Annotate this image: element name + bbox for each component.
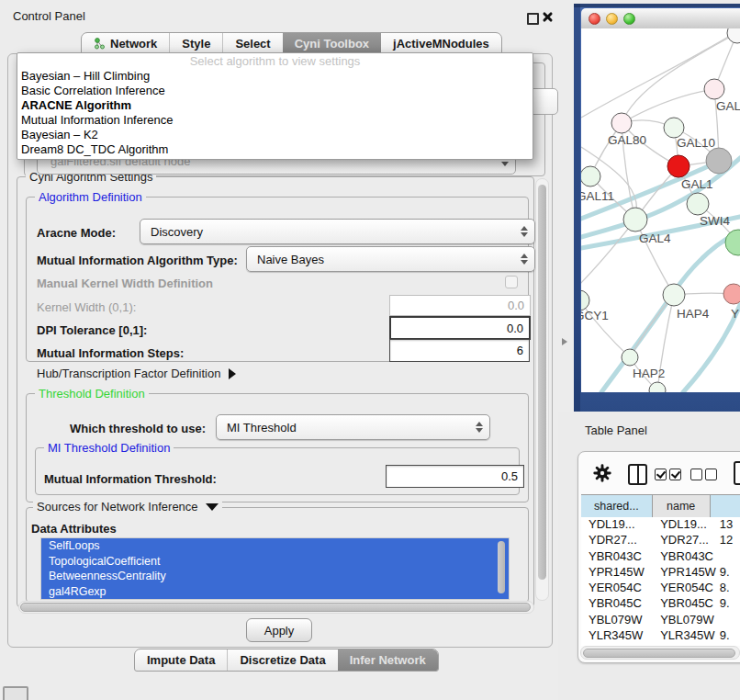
settings-hscrollbar-track[interactable] [18, 601, 534, 614]
unchecked-checkbox-icon[interactable] [705, 469, 717, 480]
sources-title: Sources for Network Inference [37, 500, 198, 514]
table-row[interactable]: YDR27...YDR27...12 [581, 533, 740, 548]
dropdown-option-selected[interactable]: ARACNE Algorithm [17, 98, 533, 113]
column-header-name[interactable]: name [653, 495, 711, 517]
node-gal10[interactable] [664, 118, 684, 138]
node-label: GCY1 [581, 309, 609, 322]
checked-checkbox-icon[interactable] [655, 469, 667, 480]
network-window-titlebar[interactable] [581, 8, 740, 29]
hub-definition-label: Hub/Transcription Factor Definition [37, 367, 220, 380]
table-header: shared... name [581, 494, 740, 518]
gear-icon[interactable] [592, 463, 612, 483]
node-label: GAL10 [677, 136, 715, 150]
column-layout-icon[interactable] [628, 464, 647, 485]
list-scrollbar-thumb[interactable] [498, 541, 505, 593]
mi-steps-field[interactable]: 6 [389, 339, 530, 362]
dropdown-option[interactable]: Bayesian – Hill Climbing [17, 69, 533, 84]
dropdown-option[interactable]: Mutual Information Inference [17, 113, 533, 128]
table-row[interactable]: YBL079WYBL079W [581, 613, 740, 628]
node-gal80[interactable] [611, 113, 632, 133]
node-swi4[interactable] [687, 193, 709, 215]
list-item[interactable]: gal4RGexp [41, 584, 509, 600]
splitter-arrow-icon[interactable] [562, 338, 567, 345]
checked-checkbox-icon[interactable] [669, 469, 681, 480]
which-threshold-label: Which threshold to use: [70, 422, 206, 435]
document-icon[interactable] [734, 461, 740, 485]
aracne-mode-label: Aracne Mode: [37, 226, 116, 240]
zoom-traffic-light[interactable] [623, 13, 635, 25]
combo-stepper-icon [521, 254, 528, 265]
node-gcy1[interactable] [581, 290, 589, 310]
node-hap2[interactable] [622, 349, 638, 366]
table-row[interactable]: YER054CYER054C8. [581, 581, 740, 596]
dropdown-option[interactable]: Basic Correlation Inference [17, 84, 533, 98]
kernel-width-field[interactable]: 0.0 [389, 295, 531, 316]
node[interactable] [649, 382, 666, 392]
table-row[interactable]: YPR145WYPR145W9. [581, 565, 740, 581]
node[interactable] [727, 28, 740, 43]
table-hscrollbar-track[interactable] [580, 646, 740, 660]
close-traffic-light[interactable] [589, 13, 600, 25]
tab-network-label: Network [110, 37, 157, 51]
tab-network[interactable]: Network [82, 33, 169, 54]
combo-stepper-icon [476, 422, 483, 433]
combo-stepper-icon [521, 226, 528, 237]
tab-infer-network[interactable]: Infer Network [338, 649, 438, 671]
network-view-canvas[interactable]: GAL GAL80 GAL10 GAL1 SWI4 GAL11 GAL4 GCY… [581, 28, 740, 392]
table-hscrollbar-thumb[interactable] [583, 649, 735, 658]
unchecked-checkbox-icon[interactable] [690, 469, 702, 480]
node-gal1[interactable] [667, 155, 690, 177]
column-header-partial[interactable] [711, 495, 740, 517]
mi-algorithm-type-combo[interactable]: Naive Bayes [246, 246, 535, 272]
mi-threshold-label: Mutual Information Threshold: [44, 472, 217, 486]
node-gal2[interactable] [704, 79, 724, 99]
mi-threshold-field[interactable]: 0.5 [386, 465, 524, 488]
table-row[interactable]: YDL19...YDL19...13 [581, 517, 740, 533]
mi-algorithm-type-label: Mutual Information Algorithm Type: [37, 254, 238, 267]
manual-kernel-width-checkbox[interactable] [505, 276, 518, 288]
node-label: GAL1 [681, 177, 713, 191]
node-gal4[interactable] [623, 208, 647, 231]
float-window-icon[interactable] [527, 13, 539, 25]
node-label: HAP4 [677, 307, 710, 321]
node-label: GAL11 [581, 189, 614, 203]
list-item[interactable]: BetweennessCentrality [41, 569, 509, 584]
kernel-width-label: Kernel Width (0,1): [37, 300, 136, 314]
table-row[interactable]: YBR045CYBR045C9. [581, 596, 740, 612]
tab-style[interactable]: Style [169, 33, 222, 54]
tab-discretize-data[interactable]: Discretize Data [227, 649, 337, 671]
manual-kernel-width-label: Manual Kernel Width Definition [37, 277, 213, 290]
node-salmon[interactable] [723, 284, 740, 304]
table-row[interactable]: YBR043CYBR043C [581, 549, 740, 565]
mi-steps-label: Mutual Information Steps: [37, 346, 184, 360]
node-label: Y [731, 307, 739, 321]
minimize-traffic-light[interactable] [606, 13, 618, 25]
dropdown-option[interactable]: Dream8 DC_TDC Algorithm [17, 142, 533, 157]
node-gray[interactable] [706, 148, 732, 174]
mi-threshold-title: MI Threshold Definition [44, 441, 174, 455]
settings-scrollbar-track[interactable] [535, 178, 549, 601]
dpi-tolerance-field[interactable]: 0.0 [389, 316, 531, 340]
which-threshold-combo[interactable]: MI Threshold [216, 414, 490, 440]
data-attributes-list: SelfLoops TopologicalCoefficient Between… [40, 537, 510, 600]
settings-hscrollbar-thumb[interactable] [20, 603, 531, 612]
tab-cyni-toolbox[interactable]: Cyni Toolbox [283, 33, 381, 54]
tab-jactivemnodules[interactable]: jActiveMNodules [381, 33, 501, 54]
tab-impute-data[interactable]: Impute Data [135, 649, 227, 671]
table-row[interactable]: YLR345WYLR345W9. [581, 628, 740, 644]
dropdown-option[interactable]: Bayesian – K2 [17, 128, 533, 142]
node-green[interactable] [725, 230, 740, 255]
settings-scrollbar-thumb[interactable] [538, 185, 546, 580]
node-hap4[interactable] [663, 284, 685, 306]
column-header-shared[interactable]: shared... [581, 495, 653, 517]
sources-collapser[interactable]: Sources for Network Inference [33, 500, 222, 514]
hub-definition-expander[interactable]: Hub/Transcription Factor Definition [37, 367, 236, 380]
apply-button[interactable]: Apply [246, 618, 312, 642]
node-gal11[interactable] [581, 166, 600, 186]
list-item[interactable]: SelfLoops [41, 538, 509, 554]
tab-select[interactable]: Select [222, 33, 282, 54]
close-icon[interactable] [542, 11, 554, 23]
list-item[interactable]: TopologicalCoefficient [41, 554, 509, 570]
minimized-window-icon[interactable] [3, 686, 28, 700]
aracne-mode-combo[interactable]: Discovery [140, 219, 535, 244]
